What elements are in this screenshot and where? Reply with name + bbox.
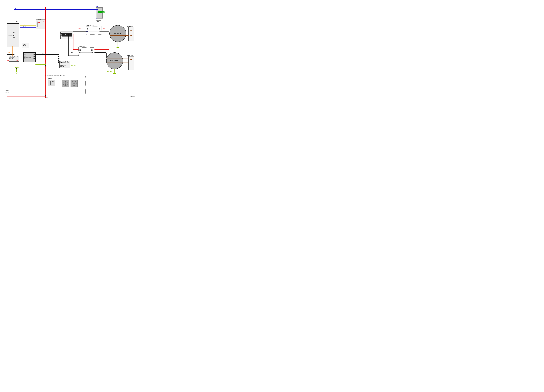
watermark-label: ArtFull [130, 95, 135, 97]
wiring-diagram [0, 0, 136, 98]
